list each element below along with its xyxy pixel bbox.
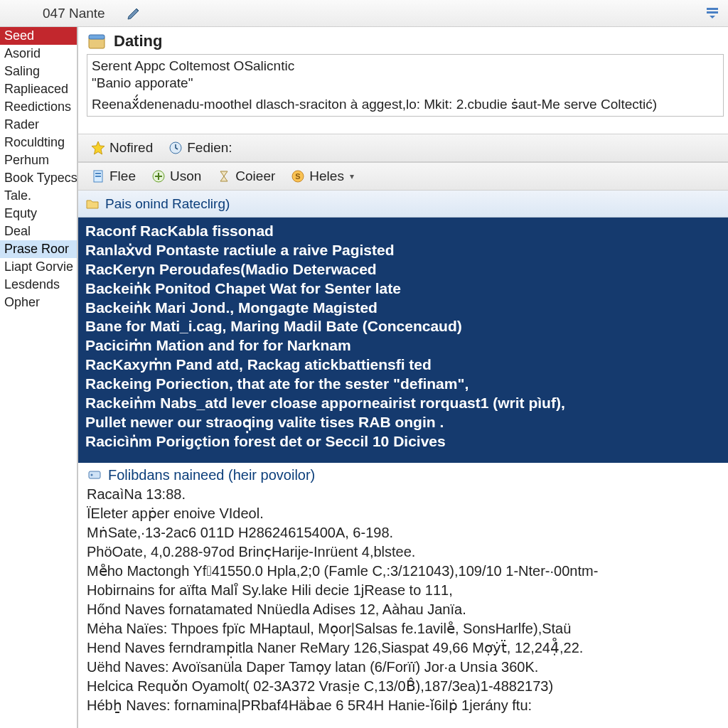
console-line: Backeiṅk Mari Jond., Mongagte Magisted [85, 299, 721, 318]
details-line: Mėha Naïes: Thpoes fpïc MHaptaul, Mọor|S… [87, 619, 721, 638]
sidebar-item-label: Seed [4, 28, 34, 43]
heles-label: Heles [309, 168, 344, 184]
dating-title: Dating [114, 32, 162, 50]
main-column: Dating Serent Appc Coltemost OSalicntic … [78, 27, 728, 728]
sidebar-item-rader[interactable]: Rader [0, 116, 77, 134]
sidebar-item-label: Roculdting [4, 135, 65, 149]
drive-icon [87, 467, 102, 483]
titlebar: 047 Nante [0, 0, 728, 27]
svg-text:S: S [296, 172, 301, 181]
svg-rect-13 [89, 471, 100, 478]
details-line: Me̊ho Mactongh Yf͔41550.0 Hpla,2;0 (Faml… [87, 562, 721, 581]
folibdans-label: Folibdans naineed (heir povoilor) [108, 467, 315, 483]
details-line: ÏEleter apṗer enoive VIdeol. [87, 504, 721, 523]
path-text: Pais onind Rateclirg) [105, 196, 230, 212]
pen-tool-icon[interactable] [125, 4, 144, 23]
svg-point-14 [91, 474, 93, 476]
sidebar-item-label: Deal [4, 224, 31, 238]
console-line: Bane for Mati_i.cag, Maring Madil Bate (… [85, 317, 721, 336]
console-line: Ranlaẋvd Pontaste ractiule a raive Pagis… [85, 241, 721, 260]
sidebar-item-raplieaced[interactable]: Raplieaced [0, 80, 77, 98]
svg-rect-4 [89, 35, 105, 39]
dating-header: Dating [78, 27, 728, 54]
serent-box: Serent Appc Coltemost OSalicntic "Banio … [87, 54, 724, 117]
hourglass-icon [217, 169, 231, 183]
details-line: RacaìNa 13:88. [87, 485, 721, 504]
sidebar-item-deal[interactable]: Deal [0, 223, 77, 240]
fedien-label: Fedien: [187, 140, 232, 156]
sidebar-item-label: Perhum [4, 153, 49, 167]
sidebar-item-reedictions[interactable]: Reedictions [0, 98, 77, 116]
details-line: Hőnd Naves fornatamated Nnüedla Adises 1… [87, 600, 721, 619]
sidebar-item-label: Lesdends [4, 277, 60, 291]
coin-icon: S [291, 169, 305, 183]
details-line: Hobirnains for aïfta Mali̊ Sy.lake Hili … [87, 581, 721, 600]
flee-button[interactable]: Flee [85, 167, 141, 186]
console-line: RacKeryn Peroudafes(Madio Deterwaced [85, 260, 721, 279]
sidebar-item-lesdends[interactable]: Lesdends [0, 276, 77, 294]
details-line: Hébẖ Naves: fornamina|PRbaf4Häb̀ae 6 5R4… [87, 696, 721, 715]
console-line: Rackeing Poriection, that ate for the se… [85, 375, 721, 394]
sidebar-item-opher[interactable]: Opher [0, 294, 77, 311]
svg-marker-2 [710, 16, 715, 18]
app-root: 047 Nante Seed Asorid Saling Raplieaced … [0, 0, 728, 728]
star-icon [91, 141, 105, 155]
file-toolbar: Flee Uson Coieer S [78, 162, 728, 191]
details-line: Hend Naves ferndramp̣itla Naner ReMary 1… [87, 638, 721, 658]
sidebar-item-prase-roor[interactable]: Prase Roor [0, 240, 77, 258]
details-line: MṅSate,·13-2ac6 011D H28624615400A, 6-19… [87, 523, 721, 542]
serent-line: Reenaẍ́́denenadu-moothel dlasch-sraciton… [92, 96, 719, 113]
coieer-button[interactable]: Coieer [211, 167, 281, 186]
folibdans-header: Folibdans naineed (heir povoilor) [78, 463, 728, 485]
sidebar-item-tale[interactable]: Tale. [0, 187, 77, 205]
details-block: RacaìNa 13:88. ÏEleter apṗer enoive VIde… [78, 485, 728, 722]
console-line: Raconf RacKabla fissonad [85, 222, 721, 241]
spacer [78, 121, 728, 134]
sidebar-item-label: Tale. [4, 188, 31, 203]
sidebar-item-saling[interactable]: Saling [0, 63, 77, 80]
console-line: Backeiṅk Ponitod Chapet Wat for Senter l… [85, 279, 721, 299]
sidebar-item-perhum[interactable]: Perhum [0, 151, 77, 169]
sidebar-item-seed[interactable]: Seed [0, 27, 77, 45]
svg-rect-1 [707, 11, 718, 14]
heles-button[interactable]: S Heles ▾ [285, 167, 360, 186]
sidebar-item-label: Equty [4, 206, 37, 220]
sidebar-item-label: Rader [4, 117, 39, 132]
sidebar-item-liapt-gorvie[interactable]: Liapt Gorvie [0, 258, 77, 276]
plus-icon [151, 169, 166, 183]
uson-button[interactable]: Uson [146, 167, 207, 186]
console-output: Raconf RacKabla fissonad Ranlaẋvd Pontas… [78, 218, 728, 463]
svg-marker-5 [92, 141, 105, 154]
fedien-button[interactable]: Fedien: [163, 139, 237, 157]
window-title: 047 Nante [43, 6, 105, 21]
dropdown-menu-icon[interactable] [705, 6, 721, 21]
path-bar[interactable]: Pais onind Rateclirg) [78, 191, 728, 218]
folder-icon [85, 197, 100, 211]
sidebar-item-label: Raplieaced [4, 82, 68, 96]
sidebar-item-roculdting[interactable]: Roculdting [0, 134, 77, 151]
svg-rect-0 [707, 8, 718, 10]
console-line: Pullet newer our straoq̣ing valite tises… [85, 413, 721, 432]
sidebar-item-label: Asorid [4, 46, 41, 60]
console-line: RacKaxyṁn Pand atd, Rackag atickbattiens… [85, 355, 721, 375]
sidebar-item-asorid[interactable]: Asorid [0, 45, 77, 63]
uson-label: Uson [170, 168, 201, 184]
nofired-label: Nofired [109, 140, 153, 156]
console-line: Paciciṁn Mation and for for Narknam [85, 336, 721, 355]
console-line: Racicìṅm Porigçtion forest det or Seccil… [85, 432, 721, 451]
details-line: Helcica Requǒn Oyamolt( 02-3A372 Vrasịe … [87, 677, 721, 696]
serent-line: "Banio apporate" [92, 75, 719, 92]
coieer-label: Coieer [235, 168, 275, 184]
svg-rect-8 [95, 173, 101, 174]
sidebar-item-equty[interactable]: Equty [0, 205, 77, 223]
details-line: PhöOate, 4,0.288-97od Brinc̣Harije-Inrüe… [87, 542, 721, 562]
sidebar-item-book-typecs[interactable]: Book Typecs [0, 169, 77, 187]
sidebar-item-label: Liapt Gorvie [4, 259, 73, 274]
status-toolbar: Nofired Fedien: [78, 134, 728, 162]
flee-label: Flee [109, 168, 136, 184]
sidebar-item-label: Reedictions [4, 100, 71, 114]
svg-rect-9 [95, 176, 101, 177]
sidebar-item-label: Opher [4, 295, 40, 309]
nofired-button[interactable]: Nofired [85, 139, 159, 157]
console-line: Rackeiṅm Nabs_atd lever cloase apporneai… [85, 394, 721, 413]
